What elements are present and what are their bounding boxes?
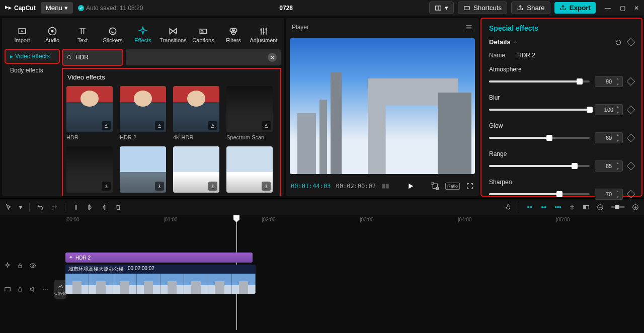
maximize-icon[interactable]: ▢ xyxy=(619,5,626,12)
keyframe-diamond-icon[interactable] xyxy=(627,190,635,199)
spinner-icon[interactable]: ▲▼ xyxy=(616,133,621,142)
param-slider[interactable] xyxy=(489,80,590,82)
export-button[interactable]: Export xyxy=(554,2,596,14)
effects-track-icon[interactable] xyxy=(4,262,11,269)
param-slider[interactable] xyxy=(489,165,590,167)
split-button[interactable] xyxy=(72,204,79,211)
tab-text[interactable]: Text xyxy=(67,25,98,43)
redo-button[interactable] xyxy=(51,204,58,211)
player-canvas[interactable] xyxy=(290,38,475,174)
effect-thumbnail[interactable] xyxy=(66,146,113,193)
param-slider[interactable] xyxy=(489,109,590,111)
keyframe-diamond-icon[interactable] xyxy=(627,106,635,114)
effect-thumbnail[interactable] xyxy=(120,146,166,193)
shortcuts-button[interactable]: Shortcuts xyxy=(458,2,507,14)
tab-transitions[interactable]: Transitions xyxy=(158,25,188,43)
download-icon[interactable] xyxy=(102,121,111,130)
selection-tool[interactable] xyxy=(5,204,12,211)
param-slider[interactable] xyxy=(489,137,590,139)
undo-button[interactable] xyxy=(37,204,44,211)
sidebar-item-video-effects[interactable]: ▸ Video effects xyxy=(5,49,59,63)
tab-filters[interactable]: Filters xyxy=(218,25,249,43)
download-icon[interactable] xyxy=(262,182,271,191)
search-box[interactable] xyxy=(62,49,123,65)
spinner-icon[interactable]: ▲▼ xyxy=(616,161,621,171)
more-icon[interactable]: ⋯ xyxy=(42,286,48,293)
param-value[interactable]: 70▲▼ xyxy=(595,189,623,200)
play-button[interactable] xyxy=(406,182,415,191)
fullscreen-icon[interactable] xyxy=(466,182,474,190)
tab-captions[interactable]: Captions xyxy=(188,25,218,43)
download-icon[interactable] xyxy=(155,121,164,130)
effect-clip[interactable]: HDR 2 xyxy=(65,253,253,263)
effect-thumbnail[interactable] xyxy=(66,86,113,132)
record-audio-button[interactable] xyxy=(505,204,512,211)
effect-card[interactable] xyxy=(120,146,166,193)
effect-thumbnail[interactable] xyxy=(120,86,166,132)
download-icon[interactable] xyxy=(262,121,271,130)
effect-card[interactable] xyxy=(226,146,273,193)
effect-thumbnail[interactable] xyxy=(173,146,219,193)
tab-audio[interactable]: Audio xyxy=(37,25,67,43)
keyframe-diamond-icon[interactable] xyxy=(627,77,635,86)
timeline-tracks[interactable]: |00:00|01:00|02:00|03:00|04:00|05:00 HDR… xyxy=(65,215,644,330)
menu-button[interactable]: Menu ▾ xyxy=(41,2,73,14)
details-toggle[interactable]: Details xyxy=(489,38,518,46)
effect-thumbnail[interactable] xyxy=(226,146,273,193)
share-button[interactable]: Share xyxy=(511,2,550,14)
magnet-mode-3[interactable] xyxy=(554,204,561,211)
effect-card[interactable]: HDR xyxy=(66,86,113,140)
param-value[interactable]: 100▲▼ xyxy=(595,104,623,115)
tab-stickers[interactable]: Stickers xyxy=(98,25,128,43)
zoom-slider[interactable] xyxy=(611,206,625,208)
video-track-icon[interactable] xyxy=(4,286,11,293)
mute-icon[interactable] xyxy=(29,286,36,293)
effect-card[interactable]: Spectrum Scan xyxy=(226,86,273,140)
crop-icon[interactable] xyxy=(431,182,439,190)
trim-left-button[interactable] xyxy=(87,204,94,211)
spinner-icon[interactable]: ▲▼ xyxy=(616,190,621,199)
player-menu-icon[interactable] xyxy=(465,23,473,31)
timeline-ruler[interactable]: |00:00|01:00|02:00|03:00|04:00|05:00 xyxy=(65,215,644,225)
download-icon[interactable] xyxy=(208,121,217,130)
ratio-button[interactable]: Ratio xyxy=(445,183,460,190)
clear-search-button[interactable]: ✕ xyxy=(268,53,277,62)
effect-card[interactable]: 4K HDR xyxy=(173,86,219,140)
lock-icon[interactable] xyxy=(17,286,23,292)
trim-right-button[interactable] xyxy=(101,204,108,211)
align-button[interactable] xyxy=(569,204,576,211)
param-value[interactable]: 90▲▼ xyxy=(595,76,623,87)
effect-card[interactable] xyxy=(66,146,113,193)
keyframe-diamond-icon[interactable] xyxy=(627,134,635,142)
zoom-out-button[interactable] xyxy=(597,204,604,211)
spinner-icon[interactable]: ▲▼ xyxy=(616,77,621,86)
magnet-mode-1[interactable] xyxy=(526,204,533,211)
delete-button[interactable] xyxy=(115,204,122,211)
keyframe-diamond-icon[interactable] xyxy=(627,162,635,171)
search-input[interactable] xyxy=(75,54,151,61)
tab-effects[interactable]: Effects xyxy=(128,25,158,43)
magnet-mode-2[interactable] xyxy=(540,204,547,211)
effect-thumbnail[interactable] xyxy=(173,86,219,132)
effect-card[interactable]: HDR 2 xyxy=(120,86,166,140)
tab-adjustment[interactable]: Adjustment xyxy=(249,25,279,43)
tab-import[interactable]: Import xyxy=(7,25,37,43)
tool-dropdown-icon[interactable]: ▾ xyxy=(19,204,22,211)
download-icon[interactable] xyxy=(208,182,217,191)
lock-icon[interactable] xyxy=(17,263,23,269)
reset-icon[interactable] xyxy=(615,39,622,46)
eye-icon[interactable] xyxy=(29,262,36,269)
sidebar-item-body-effects[interactable]: Body effects xyxy=(5,63,59,77)
spinner-icon[interactable]: ▲▼ xyxy=(616,105,621,114)
preview-toggle[interactable] xyxy=(583,204,590,211)
keyframe-diamond-icon[interactable] xyxy=(627,38,635,46)
layout-button[interactable]: ▾ xyxy=(429,2,454,14)
project-name[interactable]: 0728 xyxy=(148,5,424,12)
effect-thumbnail[interactable] xyxy=(226,86,273,132)
video-clip[interactable]: 城市环境高楼大厦办公楼 00:02:00:02 xyxy=(65,265,256,294)
compare-icon[interactable] xyxy=(381,182,390,191)
download-icon[interactable] xyxy=(155,182,164,191)
param-value[interactable]: 85▲▼ xyxy=(595,160,623,172)
close-icon[interactable]: ✕ xyxy=(633,5,640,12)
zoom-in-button[interactable] xyxy=(632,204,639,211)
